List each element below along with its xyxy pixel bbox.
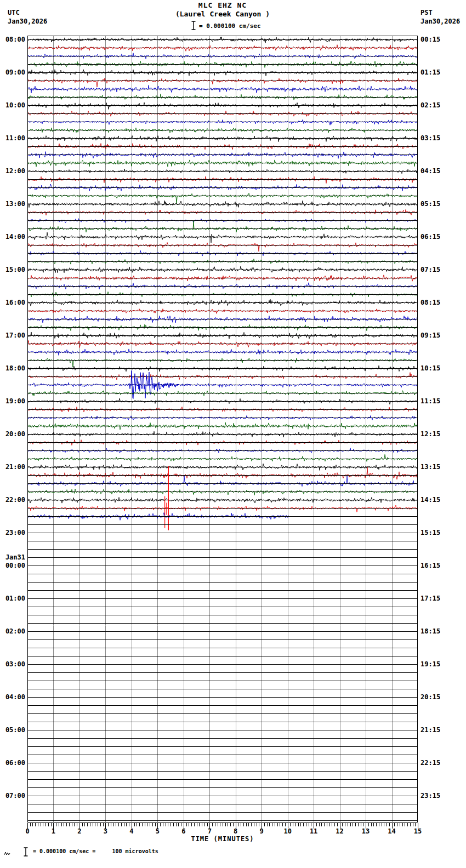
pst-row-label: 04:15 (420, 167, 464, 175)
utc-row-label: 06:00 (0, 759, 25, 767)
utc-row-label: Jan3100:00 (0, 553, 25, 562)
x-axis-tick-label: 1 (46, 827, 60, 835)
pst-row-label: 18:15 (420, 627, 464, 636)
utc-row-label: 05:00 (0, 726, 25, 734)
utc-row-label: 23:00 (0, 529, 25, 537)
x-axis-tick-label: 5 (150, 827, 164, 835)
utc-row-label: 11:00 (0, 134, 25, 142)
pst-row-label: 06:15 (420, 233, 464, 241)
helicorder-trace-plot (27, 36, 418, 823)
pst-row-label: 02:15 (420, 101, 464, 110)
pst-timezone-label: PST (420, 9, 433, 16)
utc-row-label: 14:00 (0, 233, 25, 241)
pst-row-label: 22:15 (420, 759, 464, 767)
x-axis-tick-label: 13 (359, 827, 373, 835)
pst-row-label: 03:15 (420, 134, 464, 142)
pst-row-label: 10:15 (420, 364, 464, 373)
utc-row-label: 10:00 (0, 101, 25, 110)
x-axis-tick-label: 11 (306, 827, 321, 835)
utc-date-label: Jan30,2026 (8, 18, 47, 25)
x-axis-tick-label: 8 (229, 827, 243, 835)
utc-row-label: 02:00 (0, 627, 25, 636)
pst-row-label: 17:15 (420, 595, 464, 603)
pst-row-label: 00:15 (420, 36, 464, 44)
x-axis-tick-label: 2 (72, 827, 87, 835)
utc-row-label: 04:00 (0, 693, 25, 701)
pst-row-label: 21:15 (420, 726, 464, 734)
x-axis-tick-label: 3 (98, 827, 112, 835)
utc-row-label: 19:00 (0, 397, 25, 406)
utc-row-label: 01:00 (0, 595, 25, 603)
scale-bar-icon (191, 21, 196, 30)
pst-row-label: 11:15 (420, 397, 464, 406)
utc-timezone-label: UTC (8, 9, 20, 16)
utc-row-label: 12:00 (0, 167, 25, 175)
utc-row-label: 13:00 (0, 200, 25, 208)
pst-row-label: 05:15 (420, 200, 464, 208)
page-subtitle: (Laurel Creek Canyon ) (27, 10, 418, 18)
x-axis-tick-label: 7 (202, 827, 217, 835)
utc-row-label: 03:00 (0, 660, 25, 669)
pst-row-label: 15:15 (420, 529, 464, 537)
pst-row-label: 23:15 (420, 792, 464, 800)
utc-row-label: 20:00 (0, 430, 25, 438)
webicorder-page: MLC EHZ NC (Laurel Creek Canyon ) UTC Ja… (0, 0, 466, 868)
x-axis-tick-label: 4 (124, 827, 139, 835)
pst-row-label: 19:15 (420, 660, 464, 669)
page-title: MLC EHZ NC (27, 1, 418, 9)
x-axis-title: TIME (MINUTES) (27, 835, 418, 843)
x-axis-tick-label: 0 (20, 827, 35, 835)
pst-date-label: Jan30,2026 (420, 18, 460, 25)
noise-glyph-icon (4, 851, 10, 856)
x-axis-tick-label: 9 (254, 827, 269, 835)
utc-row-label: 16:00 (0, 299, 25, 307)
x-axis-tick-label: 6 (177, 827, 191, 835)
utc-row-label: 15:00 (0, 266, 25, 274)
pst-row-label: 20:15 (420, 693, 464, 701)
pst-row-label: 12:15 (420, 430, 464, 438)
utc-row-label: 09:00 (0, 68, 25, 77)
scale-bar-icon-footer (23, 847, 29, 856)
x-axis-tick-label: 15 (411, 827, 425, 835)
pst-row-label: 09:15 (420, 332, 464, 340)
pst-row-label: 08:15 (420, 299, 464, 307)
utc-row-label: 18:00 (0, 364, 25, 373)
utc-row-label: 21:00 (0, 463, 25, 471)
utc-row-label: 22:00 (0, 496, 25, 504)
utc-row-label: 07:00 (0, 792, 25, 800)
pst-row-label: 01:15 (420, 68, 464, 77)
footer-scale-note: = 0.000100 cm/sec = 100 microvolts (33, 848, 158, 854)
pst-row-label: 07:15 (420, 266, 464, 274)
x-axis-tick-label: 12 (333, 827, 347, 835)
pst-row-label: 16:15 (420, 562, 464, 570)
x-axis-tick-label: 14 (385, 827, 399, 835)
utc-row-label: 08:00 (0, 36, 25, 44)
pst-row-label: 14:15 (420, 496, 464, 504)
x-axis-tick-label: 10 (281, 827, 295, 835)
utc-row-label: 17:00 (0, 332, 25, 340)
scale-label: = 0.000100 cm/sec (199, 22, 261, 30)
pst-row-label: 13:15 (420, 463, 464, 471)
